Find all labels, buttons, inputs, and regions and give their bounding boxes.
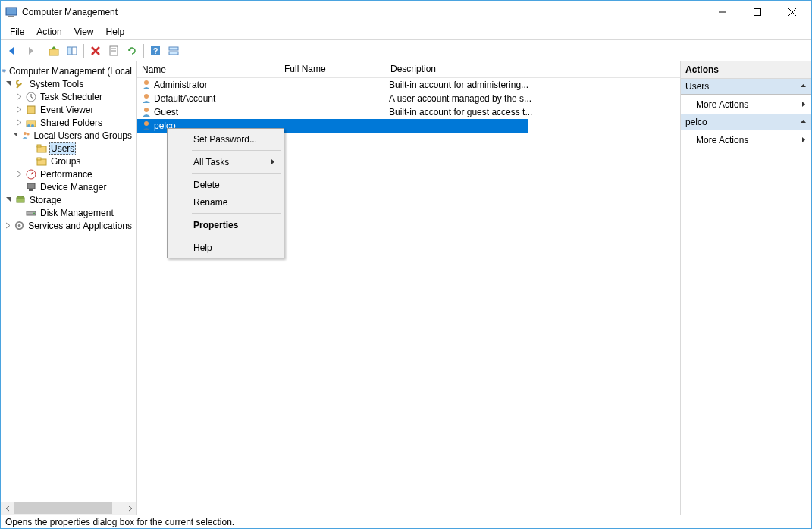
user-desc: Built-in account for guest access t... [386, 107, 680, 117]
actions-more-1[interactable]: More Actions [681, 95, 811, 114]
menu-file[interactable]: File [4, 25, 30, 39]
storage-icon [14, 194, 27, 206]
window-title: Computer Management [22, 7, 705, 17]
properties-button[interactable] [105, 42, 122, 59]
tree-shared-folders[interactable]: Shared Folders [1, 116, 136, 129]
section-label: pelco [685, 117, 707, 127]
list-row[interactable]: Guest Built-in account for guest access … [137, 105, 680, 119]
tree-task-scheduler[interactable]: Task Scheduler [1, 90, 136, 103]
svg-rect-16 [3, 70, 6, 71]
event-icon [25, 104, 37, 116]
tree-performance[interactable]: Performance [1, 167, 136, 180]
column-description[interactable]: Description [386, 61, 680, 77]
maximize-button[interactable] [740, 2, 775, 23]
chevron-down-icon[interactable] [4, 80, 13, 89]
column-fullname[interactable]: Full Name [280, 61, 386, 77]
svg-point-38 [144, 80, 149, 85]
actions-more-2[interactable]: More Actions [681, 130, 811, 150]
tree-device-manager[interactable]: Device Manager [1, 180, 136, 193]
menubar: File Action View Help [1, 23, 811, 40]
ctx-rename[interactable]: Rename [169, 193, 282, 211]
list-row[interactable]: Administrator Built-in account for admin… [137, 78, 680, 92]
up-button[interactable] [45, 42, 62, 59]
user-name: Administrator [154, 80, 208, 90]
back-button[interactable] [4, 42, 20, 59]
user-desc: Built-in account for administering... [386, 80, 680, 90]
tree-root[interactable]: Computer Management (Local [1, 64, 136, 77]
tree-label: System Tools [28, 79, 85, 89]
titlebar: Computer Management [1, 1, 811, 23]
menu-view[interactable]: View [68, 25, 100, 39]
close-button[interactable] [775, 2, 810, 23]
chevron-right-icon[interactable] [4, 221, 12, 230]
scroll-right-icon[interactable] [124, 502, 136, 515]
chevron-right-icon [801, 99, 807, 110]
svg-rect-28 [37, 158, 41, 160]
column-name[interactable]: Name [137, 61, 280, 77]
svg-rect-1 [8, 16, 14, 17]
forward-button[interactable] [22, 42, 39, 59]
show-hide-button[interactable] [64, 42, 80, 59]
collapse-icon [800, 117, 807, 127]
help-button[interactable]: ? [147, 42, 164, 59]
tree-groups[interactable]: Groups [1, 155, 136, 167]
svg-rect-30 [27, 183, 35, 189]
section-label: Users [685, 81, 709, 92]
tree-system-tools[interactable]: System Tools [1, 77, 136, 90]
actions-header: Actions [681, 61, 811, 79]
ctx-set-password[interactable]: Set Password... [169, 130, 282, 148]
tree-disk-management[interactable]: Disk Management [1, 206, 136, 219]
chevron-right-icon[interactable] [14, 118, 24, 127]
svg-point-41 [144, 121, 149, 126]
user-icon [140, 92, 152, 105]
chevron-down-icon[interactable] [4, 196, 13, 205]
svg-rect-26 [37, 145, 41, 147]
scroll-thumb[interactable] [14, 502, 112, 514]
svg-point-22 [31, 124, 34, 127]
menu-help[interactable]: Help [100, 25, 131, 39]
tree-services-apps[interactable]: Services and Applications [1, 219, 136, 232]
scroll-left-icon[interactable] [1, 502, 14, 515]
svg-rect-8 [72, 47, 77, 55]
device-icon [25, 181, 37, 193]
link-label: More Actions [696, 135, 748, 146]
list-row[interactable]: DefaultAccount A user account managed by… [137, 92, 680, 105]
collapse-icon [800, 81, 807, 92]
actions-section-users[interactable]: Users [681, 79, 811, 95]
user-icon [140, 106, 152, 118]
ctx-delete[interactable]: Delete [169, 176, 282, 193]
svg-text:?: ? [153, 46, 158, 55]
ctx-properties[interactable]: Properties [169, 216, 282, 233]
svg-point-37 [18, 224, 21, 227]
tree-storage[interactable]: Storage [1, 193, 136, 206]
delete-button[interactable] [87, 42, 104, 59]
chevron-right-icon[interactable] [14, 105, 24, 114]
scrollbar[interactable] [1, 502, 136, 515]
shared-folder-icon [25, 117, 37, 129]
chevron-right-icon[interactable] [14, 92, 24, 102]
chevron-right-icon[interactable] [14, 170, 24, 179]
svg-rect-31 [29, 189, 33, 191]
actions-section-pelco[interactable]: pelco [681, 114, 811, 130]
tile-button[interactable] [165, 42, 182, 59]
app-icon [5, 6, 17, 18]
ctx-all-tasks[interactable]: All Tasks [169, 153, 282, 171]
tree-label: Event Viewer [39, 105, 95, 115]
performance-icon [25, 168, 37, 180]
tree-users[interactable]: Users [1, 142, 136, 155]
tree-event-viewer[interactable]: Event Viewer [1, 103, 136, 116]
chevron-down-icon[interactable] [12, 131, 20, 140]
refresh-button[interactable] [124, 42, 140, 59]
tree-local-users[interactable]: Local Users and Groups [1, 129, 136, 142]
tree-pane: Computer Management (Local System Tools … [1, 61, 137, 515]
menu-action[interactable]: Action [30, 25, 67, 39]
svg-rect-19 [27, 106, 35, 114]
tree-label: Storage [28, 195, 63, 205]
minimize-button[interactable] [705, 2, 740, 23]
svg-point-21 [27, 124, 30, 127]
svg-point-23 [23, 132, 26, 135]
context-menu: Set Password... All Tasks Delete Rename … [167, 128, 284, 258]
ctx-separator [192, 213, 281, 214]
ctx-help[interactable]: Help [169, 239, 282, 256]
status-text: Opens the properties dialog box for the … [5, 517, 234, 527]
